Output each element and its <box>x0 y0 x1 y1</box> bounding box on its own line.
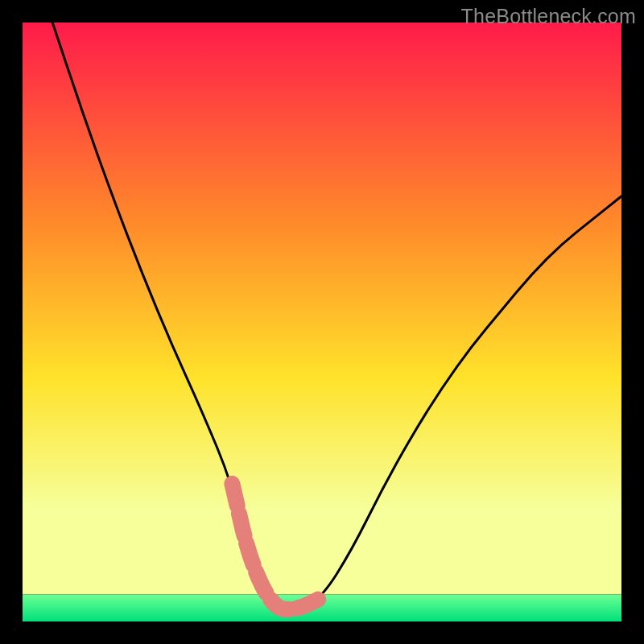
bottleneck-chart <box>0 0 644 644</box>
watermark-text: TheBottleneck.com <box>461 5 636 28</box>
gradient-background <box>23 23 621 595</box>
chart-stage: TheBottleneck.com <box>0 0 644 644</box>
